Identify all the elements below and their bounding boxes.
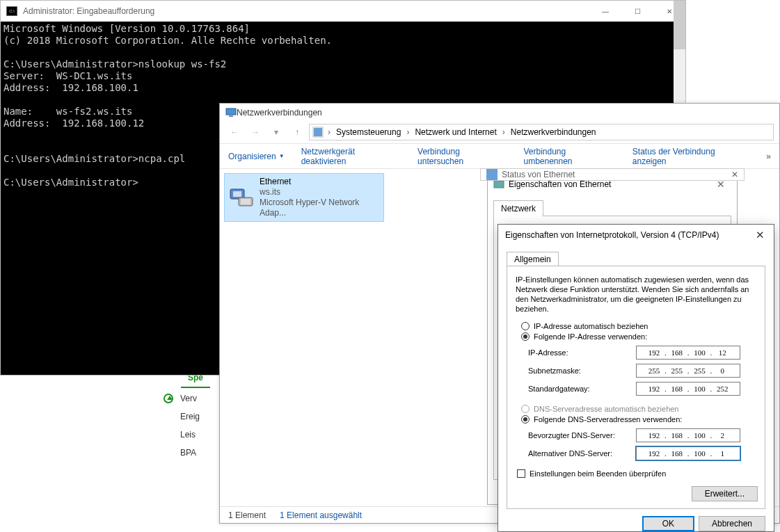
cmd-icon	[6, 6, 17, 16]
maximize-button[interactable]: ☐	[621, 1, 653, 22]
svg-rect-0	[226, 108, 236, 115]
ipv4-titlebar[interactable]: Eigenschaften von Internetprotokoll, Ver…	[498, 225, 774, 245]
tab-network[interactable]: Netzwerk	[493, 200, 543, 216]
bg-item: Ereig	[180, 412, 200, 421]
bg-item: BPA	[180, 448, 196, 458]
address-bar[interactable]: › Systemsteuerung › Netzwerk und Interne…	[309, 124, 774, 140]
svg-rect-9	[486, 169, 498, 180]
rename-label: Verbindung umbenennen	[523, 147, 615, 166]
organize-menu[interactable]: Organisieren▼	[228, 152, 285, 161]
eth-props-title: Eigenschaften von Ethernet	[509, 179, 611, 189]
rename-button[interactable]: Verbindung umbenennen	[523, 147, 615, 166]
radio-icon	[521, 405, 530, 413]
status-selected-count: 1 Element ausgewählt	[280, 510, 362, 520]
status-button[interactable]: Status der Verbindung anzeigen	[632, 147, 750, 166]
status-label: Status der Verbindung anzeigen	[632, 147, 750, 166]
breadcrumb-item[interactable]: Netzwerk und Internet	[413, 127, 498, 137]
console-title: Administrator: Eingabeaufforderung	[23, 6, 154, 16]
cancel-button[interactable]: Abbrechen	[699, 516, 765, 531]
radio-icon	[521, 415, 530, 424]
ipv4-description: IP-Einstellungen können automatisch zuge…	[516, 275, 756, 314]
chevron-right-icon: ›	[404, 127, 412, 137]
disable-device-button[interactable]: Netzwerkgerät deaktivieren	[301, 147, 401, 166]
gateway-label: Standardgateway:	[528, 385, 636, 393]
explorer-toolbar: Organisieren▼ Netzwerkgerät deaktivieren…	[220, 144, 779, 169]
checkbox-icon	[517, 469, 525, 478]
network-icon	[486, 169, 498, 180]
connection-name: Ethernet	[260, 177, 379, 187]
radio-use-dns[interactable]: Folgende DNS-Serveradressen verwenden:	[521, 415, 756, 424]
connection-adapter: Microsoft Hyper-V Network Adap...	[260, 198, 379, 218]
radio-use-dns-label: Folgende DNS-Serveradressen verwenden:	[534, 415, 682, 424]
nav-back-button[interactable]: ←	[225, 123, 244, 141]
nav-recent-button[interactable]: ▾	[267, 123, 285, 141]
ipv4-properties-dialog: Eigenschaften von Internetprotokoll, Ver…	[498, 224, 774, 532]
breadcrumb-item[interactable]: Systemsteuerung	[335, 127, 402, 137]
organize-label: Organisieren	[228, 152, 276, 161]
connection-domain: ws.its	[260, 187, 379, 198]
ethernet-status-title: Status von Ethernet	[502, 170, 575, 179]
radio-obtain-ip-auto[interactable]: IP-Adresse automatisch beziehen	[521, 322, 756, 330]
advanced-button[interactable]: Erweitert...	[692, 486, 758, 501]
svg-rect-7	[241, 199, 250, 204]
ip-address-field[interactable]: 192. 168. 100. 12	[636, 346, 740, 360]
validate-on-exit-checkbox[interactable]: Einstellungen beim Beenden überprüfen	[517, 469, 756, 478]
alternate-dns-field[interactable]: 192. 168. 100. 1	[636, 446, 740, 460]
diagnose-label: Verbindung untersuchen	[417, 147, 507, 166]
minimize-button[interactable]: —	[589, 1, 621, 22]
explorer-title: Netzwerkverbindungen	[237, 108, 322, 118]
preferred-dns-label: Bevorzugter DNS-Server:	[528, 431, 636, 440]
explorer-titlebar[interactable]: Netzwerkverbindungen	[220, 104, 779, 121]
status-item-count: 1 Element	[228, 510, 266, 520]
radio-use-ip-label: Folgende IP-Adresse verwenden:	[534, 332, 647, 341]
preferred-dns-field[interactable]: 192. 168. 100. 2	[636, 428, 740, 442]
radio-use-ip[interactable]: Folgende IP-Adresse verwenden:	[521, 332, 756, 341]
network-adapter-icon	[229, 185, 254, 210]
disable-label: Netzwerkgerät deaktivieren	[301, 147, 401, 166]
toolbar-overflow-button[interactable]: »	[766, 152, 771, 161]
ipv4-title: Eigenschaften von Internetprotokoll, Ver…	[505, 230, 719, 240]
subnet-mask-field[interactable]: 255. 255. 255. 0	[636, 364, 740, 378]
radio-obtain-dns-auto: DNS-Serveradresse automatisch beziehen	[521, 405, 756, 413]
chevron-right-icon: ›	[325, 127, 333, 137]
network-connections-icon	[225, 107, 237, 118]
ok-button[interactable]: OK	[642, 516, 694, 531]
nav-forward-button[interactable]: →	[246, 123, 264, 141]
scrollbar-thumb[interactable]	[674, 1, 685, 49]
connection-item-ethernet[interactable]: Ethernet ws.its Microsoft Hyper-V Networ…	[224, 173, 384, 222]
breadcrumb-item[interactable]: Netzwerkverbindungen	[509, 127, 598, 137]
control-panel-icon	[312, 127, 324, 138]
nav-up-button[interactable]: ↑	[288, 123, 306, 141]
close-button[interactable]: ✕	[753, 229, 767, 241]
console-titlebar[interactable]: Administrator: Eingabeaufforderung — ☐ ✕	[1, 1, 685, 22]
svg-rect-5	[233, 191, 241, 197]
radio-auto-dns-label: DNS-Serveradresse automatisch beziehen	[534, 405, 679, 413]
validate-label: Einstellungen beim Beenden überprüfen	[530, 469, 666, 478]
radio-icon	[521, 322, 530, 330]
subnet-mask-label: Subnetzmaske:	[528, 366, 636, 375]
explorer-navbar: ← → ▾ ↑ › Systemsteuerung › Netzwerk und…	[220, 121, 779, 144]
gateway-field[interactable]: 192. 168. 100. 252	[636, 382, 740, 396]
svg-rect-8	[494, 181, 504, 188]
alternate-dns-label: Alternativer DNS-Server:	[528, 449, 636, 458]
close-button[interactable]: ✕	[731, 170, 738, 179]
radio-icon	[521, 332, 530, 341]
ip-address-label: IP-Adresse:	[528, 348, 636, 357]
diagnose-button[interactable]: Verbindung untersuchen	[417, 147, 507, 166]
tab-general[interactable]: Allgemein	[507, 252, 559, 266]
up-arrow-icon	[164, 394, 173, 403]
svg-rect-3	[314, 128, 322, 136]
svg-rect-1	[229, 115, 233, 117]
chevron-down-icon: ▼	[279, 153, 285, 159]
bg-item: Leis	[180, 430, 196, 440]
bg-item: Verv	[180, 394, 197, 403]
radio-auto-ip-label: IP-Adresse automatisch beziehen	[534, 322, 648, 330]
chevron-right-icon: ›	[500, 127, 508, 137]
ethernet-status-dialog-titlebar[interactable]: Status von Ethernet ✕	[480, 168, 745, 181]
